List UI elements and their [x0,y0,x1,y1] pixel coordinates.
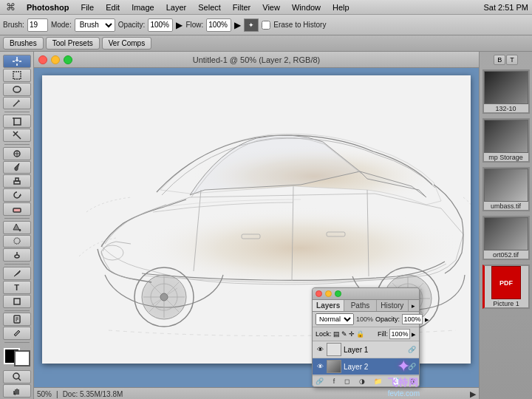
tool-sep-5 [4,310,30,311]
layers-close-btn[interactable] [316,290,322,297]
tool-eraser[interactable] [3,202,31,216]
menu-image[interactable]: Image [126,0,160,15]
tool-pen[interactable] [3,267,31,280]
tab-ver-comps[interactable]: Ver Comps [102,37,151,50]
layers-tab-arrow[interactable]: ▸ [409,300,419,311]
svg-point-37 [160,293,168,301]
layer-new-btn[interactable]: 📄 [392,378,400,385]
tool-sep-2 [4,144,30,145]
layer-link-btn[interactable]: 🔗 [316,378,324,385]
layers-lock-row: Lock: ▤ ✎ ✛ 🔒 Fill: ▸ [313,327,419,341]
layer-fx-btn[interactable]: f [333,378,335,385]
layer-folder-btn[interactable]: 📁 [374,378,382,385]
mode-select[interactable]: Brush [75,18,115,32]
tool-move[interactable] [3,55,31,68]
tool-zoom[interactable] [3,370,31,383]
opacity-input[interactable] [148,18,173,32]
menu-app[interactable]: Photoshop [21,0,74,15]
opacity-prefix: Opacity: [375,316,400,323]
tab-paths[interactable]: Paths [344,300,376,311]
lock-move-btn[interactable]: ✛ [349,330,355,338]
menu-window[interactable]: Window [287,0,326,15]
blend-mode-select[interactable]: Normal [316,313,354,325]
tool-brush[interactable] [3,161,31,174]
menu-view[interactable]: View [257,0,285,15]
tab-layers[interactable]: Layers [313,300,344,311]
file-thumb-4[interactable]: ort052.tif [482,216,530,260]
menu-select[interactable]: Select [193,0,226,15]
layers-maximize-btn[interactable] [335,290,341,297]
doc-size: Doc: 5.35M/13.8M [63,390,123,398]
menu-filter[interactable]: Filter [228,0,256,15]
airbrush-btn[interactable]: ✦ [244,18,259,32]
apple-logo[interactable]: ⌘ [6,1,16,13]
tool-lasso[interactable] [3,83,31,96]
svg-line-3 [13,101,18,106]
tool-healing[interactable] [3,147,31,160]
layer-2-thumb [327,360,341,373]
erase-history-checkbox[interactable] [262,18,270,32]
tool-marquee[interactable] [3,69,31,82]
tool-sep-6 [4,342,30,343]
menu-help[interactable]: Help [327,0,355,15]
tool-notes[interactable] [3,313,31,326]
layer-1-chain[interactable]: 🔗 [408,346,416,353]
layer-2-chain[interactable]: 🔗 [408,363,416,370]
layer-mask-btn[interactable]: ◻ [344,378,349,385]
tool-hand[interactable] [3,384,31,398]
main-layout: T Untitle [0,52,532,399]
layers-minimize-btn[interactable] [325,290,332,297]
background-color[interactable] [14,350,30,366]
tab-brushes[interactable]: Brushes [3,37,44,50]
canvas-area: Untitled-1 @ 50% (Layer 2, RGB/8) [34,52,479,399]
lock-all-btn[interactable]: 🔒 [356,330,364,338]
opacity-stepper[interactable]: ▸ [425,315,429,324]
tool-magic-wand[interactable] [3,97,31,110]
panel-tab-brushes[interactable]: B [494,55,505,65]
thumb-3-label: umbass.tif [491,202,521,210]
scroll-right-btn[interactable]: ▶ [470,389,476,399]
file-thumb-3[interactable]: umbass.tif [482,167,530,211]
layer-2-visibility[interactable]: 👁 [316,362,324,371]
tool-history-brush[interactable] [3,188,31,202]
lock-transparent-btn[interactable]: ▤ [333,330,340,338]
layer-1-visibility[interactable]: 👁 [316,345,324,354]
file-thumb-5[interactable]: PDF Picture 1 [482,265,530,309]
menu-edit[interactable]: Edit [100,0,125,15]
brush-size-input[interactable] [27,18,48,32]
right-panel: B T 132-10 mp Storage umbass.tif ort052.… [479,52,532,399]
file-thumb-1[interactable]: 132-10 [482,69,530,114]
tool-blur[interactable] [3,235,31,248]
flow-input[interactable] [206,18,231,32]
tool-paint-bucket[interactable] [3,221,31,234]
flow-arrow[interactable]: ▶ [234,20,241,30]
window-minimize-btn[interactable] [51,55,60,64]
opacity-arrow[interactable]: ▶ [176,20,183,30]
opacity-value[interactable] [402,314,423,324]
window-maximize-btn[interactable] [64,55,72,64]
menu-layer[interactable]: Layer [161,0,192,15]
layer-delete-btn[interactable]: 🗑 [409,378,416,385]
file-thumb-2[interactable]: mp Storage [482,118,530,163]
tool-slice[interactable] [3,129,31,142]
fill-value[interactable] [389,329,410,339]
layer-row-1[interactable]: 👁 Layer 1 🔗 [313,341,419,358]
secondary-bar: Brushes Tool Presets Ver Comps [0,35,532,52]
panel-tab-presets[interactable]: T [506,55,518,65]
layer-adj-btn[interactable]: ◑ [359,378,365,385]
lock-paint-btn[interactable]: ✎ [341,330,347,338]
layers-bottom: 🔗 f ◻ ◑ 📁 📄 🗑 [313,375,419,386]
fill-stepper[interactable]: ▸ [412,330,416,339]
tool-shape[interactable] [3,295,31,308]
thumb-4-img [484,217,528,250]
menu-file[interactable]: File [75,0,99,15]
layer-row-2[interactable]: 👁 Layer 2 🔗 [313,358,419,375]
tool-crop[interactable] [3,115,31,128]
tool-dodge[interactable] [3,248,31,262]
window-close-btn[interactable] [38,55,47,64]
tool-stamp[interactable] [3,174,31,188]
tool-text[interactable]: T [3,281,31,294]
tool-eyedropper[interactable] [3,327,31,340]
tab-history[interactable]: History [377,300,409,311]
tab-tool-presets[interactable]: Tool Presets [46,37,100,50]
